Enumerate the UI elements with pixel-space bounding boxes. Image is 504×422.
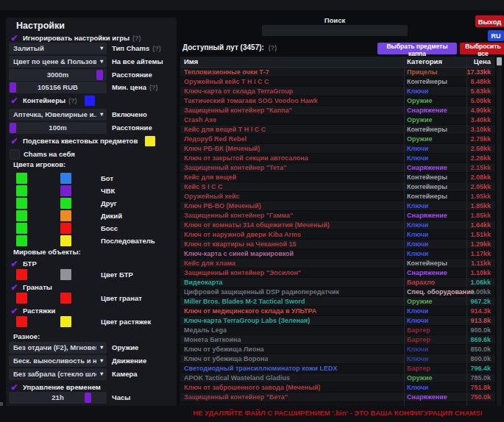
color-swatch[interactable]	[16, 293, 27, 304]
quest-color-swatch[interactable]	[145, 136, 155, 146]
exit-button[interactable]: Выход	[475, 15, 504, 27]
color-swatch[interactable]	[16, 173, 27, 184]
select-kappa-items-button[interactable]: Выбрать предметы каппа	[377, 43, 457, 54]
chams-type-select[interactable]: Залитый	[9, 43, 107, 54]
slider-handle[interactable]	[85, 393, 91, 403]
grenades-checkbox[interactable]: Гранаты	[9, 282, 52, 293]
table-row[interactable]: Ключ от квартиры на Чеканной 15Ключи1.29…	[180, 240, 495, 249]
bot-color-row: Бот	[9, 173, 175, 184]
slider-handle[interactable]	[96, 70, 103, 80]
table-row[interactable]: Ключ от медицинского склада в УЛЬТРАКлюч…	[180, 307, 495, 316]
color-swatch[interactable]	[16, 269, 27, 280]
item-category: Ключи	[407, 221, 428, 229]
column-header-name[interactable]: Имя	[184, 57, 198, 67]
table-row[interactable]: Защищенный контейнер "Тета"Снаряжение2.1…	[180, 163, 495, 173]
table-row[interactable]: Miller Bros. Blades M-2 Tactical SwordОр…	[180, 297, 495, 307]
item-name: Ключ от убежища Ворона	[184, 354, 268, 363]
ignore-game-settings-checkbox[interactable]: Игнорировать настройки игры (?)	[9, 32, 141, 43]
table-row[interactable]: Кейс для вещейКонтейнеры2.08kk	[180, 173, 495, 182]
table-row[interactable]: Ключ от закрытой секции автосалонаКлючи2…	[180, 154, 495, 163]
item-distance-slider[interactable]: 3000m	[9, 69, 107, 81]
item-price: 1.10kk	[470, 268, 491, 277]
item-price: 3.10kk	[470, 125, 491, 134]
containers-checkbox[interactable]: Контейнеры (?)	[9, 95, 95, 106]
color-swatch[interactable]	[16, 235, 27, 246]
table-row[interactable]: Кейс для хламаКонтейнеры1.11kk	[180, 259, 495, 268]
color-swatch[interactable]	[16, 223, 27, 234]
table-row[interactable]: Crash AxeОружие3.40kk	[180, 115, 495, 125]
table-row[interactable]: Ключ от убежища ЛионаКлючи850.0k	[180, 345, 495, 354]
color-swatch[interactable]	[60, 210, 71, 221]
table-row[interactable]: Ключ РБ-ВО (Меченый)Ключи1.85kk	[180, 201, 495, 211]
table-scrollbar[interactable]	[497, 57, 502, 406]
table-row[interactable]: Ключ-карта от склада TerraGroupКлючи5.63…	[180, 87, 495, 96]
quest-items-highlight-checkbox[interactable]: Подсветка квестовых предметов	[9, 135, 155, 146]
chams-self-checkbox[interactable]: Chams на себя	[9, 149, 75, 160]
item-name: Ключ-карта TerraGroup Labs (Зеленая)	[184, 316, 310, 325]
color-swatch[interactable]	[16, 316, 27, 327]
table-row[interactable]: Тепловизионные очки Т-7Прицелы17.33kk	[180, 68, 495, 77]
chams-type-label: Тип Chams	[112, 44, 149, 52]
color-swatch[interactable]	[60, 269, 71, 280]
item-color-mode-select[interactable]: Цвет по цене & Пользователь	[9, 56, 107, 68]
movement-mods-select[interactable]: Беск. выносливость и нет уста	[9, 355, 107, 367]
color-swatch[interactable]	[16, 198, 27, 209]
time-hours-slider[interactable]: 21h	[9, 392, 107, 404]
item-price: 5.63kk	[470, 87, 491, 96]
discard-all-button[interactable]: Выбросить все	[460, 43, 504, 54]
table-row[interactable]: Ключ-карта с синей маркировкойКлючи1.17k…	[180, 249, 495, 259]
slider-handle[interactable]	[10, 123, 16, 133]
color-swatch[interactable]	[16, 185, 27, 196]
table-row[interactable]: Монета БиткоинаБартер869.6k	[180, 335, 495, 345]
color-swatch[interactable]	[60, 235, 71, 246]
table-row[interactable]: Ключ от наружной двери Kiba ArmsКлючи1.5…	[180, 230, 495, 240]
table-row[interactable]: Ключ от убежища ВоронаКлючи800.0k	[180, 354, 495, 364]
movement-mods-row: Беск. выносливость и нет уста Движение	[9, 355, 175, 367]
search-input[interactable]	[262, 25, 408, 36]
weapon-mods-select[interactable]: Без отдачи (F2), Мгновенное п	[9, 342, 107, 354]
table-row[interactable]: Кейс S I C CКонтейнеры2.05kk	[180, 182, 495, 192]
table-row[interactable]: APOK Tactical Wasteland GladiusОружие785…	[180, 373, 495, 383]
item-category: Ключи	[407, 230, 428, 239]
language-button[interactable]: RU	[488, 30, 504, 41]
container-distance-slider[interactable]: 100m	[9, 122, 107, 134]
camera-mods-select[interactable]: Без забрала (стекло шлема)	[9, 368, 107, 380]
table-row[interactable]: Медаль LegaБартер900.0k	[180, 326, 495, 335]
misc-section-label: Разное:	[13, 332, 40, 340]
btr-checkbox[interactable]: БТР	[9, 258, 37, 269]
tripwires-checkbox[interactable]: Растяжки	[9, 305, 55, 316]
table-row[interactable]: Ключ от заброшенного завода (Меченый)Клю…	[180, 383, 495, 393]
column-header-price[interactable]: Цена	[474, 57, 491, 67]
table-scrollbar-thumb[interactable]	[497, 57, 502, 65]
table-row[interactable]: Защищенный контейнер "Бета"Снаряжение750…	[180, 393, 495, 402]
table-row[interactable]: Защищенный контейнер "Гамма"Снаряжение1.…	[180, 211, 495, 221]
table-row[interactable]: Оружейный кейс T H I C CКонтейнеры8.48kk	[180, 77, 495, 87]
table-row[interactable]: Кейс для вещей T H I C CКонтейнеры3.10kk	[180, 125, 495, 135]
color-swatch[interactable]	[60, 173, 71, 184]
table-row[interactable]: Защищенный контейнер "Каппа"Снаряжение4.…	[180, 106, 495, 115]
color-swatch[interactable]	[60, 316, 71, 327]
table-row[interactable]: Тактический томагавк SOG Voodoo HawkОруж…	[180, 96, 495, 106]
column-header-category[interactable]: Категория	[407, 57, 442, 67]
color-swatch[interactable]	[16, 210, 27, 221]
container-types-select[interactable]: Аптечка, Ювелирные и...	[9, 109, 107, 121]
table-row[interactable]: Ключ от комнаты 314 общежития (Меченый)К…	[180, 221, 495, 230]
color-swatch[interactable]	[60, 223, 71, 234]
table-row[interactable]: Ледоруб Red RebelОружие2.75kk	[180, 135, 495, 144]
table-row[interactable]: ВидеокартаБарахло1.06kk	[180, 278, 495, 287]
color-swatch[interactable]	[60, 185, 71, 196]
slider-handle[interactable]	[10, 82, 16, 93]
time-control-checkbox[interactable]: Управление временем	[9, 382, 101, 393]
table-row[interactable]: Цифровой защищенный DSP радиопередатчикС…	[180, 287, 495, 297]
table-row[interactable]: Ключ-карта TerraGroup Labs (Зеленая)Ключ…	[180, 316, 495, 326]
color-swatch[interactable]	[60, 293, 71, 304]
color-swatch[interactable]	[60, 198, 71, 209]
table-row[interactable]: Защищенный контейнер "Эпсилон"Снаряжение…	[180, 268, 495, 278]
table-row[interactable]: Светодиодный трансиллюминатор кожи LEDXБ…	[180, 364, 495, 373]
table-row[interactable]: Оружейный кейсКонтейнеры1.95kk	[180, 192, 495, 201]
item-price: 1.06kk	[470, 278, 491, 287]
player-colors-section-label: Цвета игроков:	[13, 160, 65, 168]
min-price-slider[interactable]: 105156 RUB	[9, 82, 107, 93]
table-row[interactable]: Ключ РБ-БК (Меченый)Ключи2.58kk	[180, 144, 495, 154]
containers-color-swatch[interactable]	[85, 96, 95, 106]
